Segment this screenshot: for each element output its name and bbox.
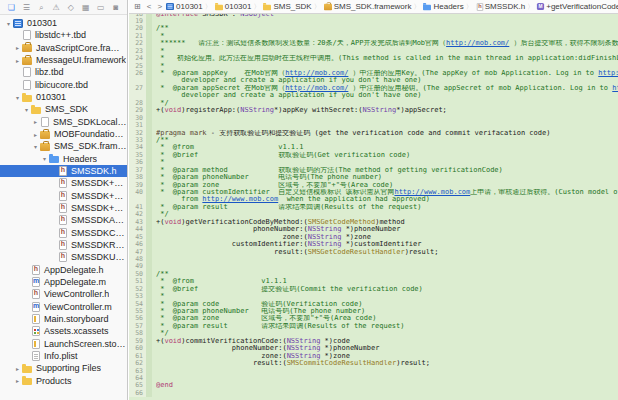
line-number[interactable]: 40 (129, 189, 146, 196)
code-line[interactable]: 62 result:(SMSCommitCodeResultHandler)re… (129, 360, 618, 367)
file-tree-item[interactable]: SMSSDK+ExtendMethods.h (0, 202, 127, 214)
file-tree-item[interactable]: Main.storyboard (0, 313, 127, 325)
code-line[interactable]: 55 * @param phoneNumber 电话号码(The phone n… (129, 308, 618, 315)
file-tree-item[interactable]: SMSSDKAddressBook.h (0, 214, 127, 226)
find-navigator-icon[interactable]: ⌕ (34, 0, 49, 15)
code-line[interactable]: 25 * (129, 63, 618, 70)
file-tree-item[interactable]: ViewController.m (0, 301, 127, 313)
code-line[interactable]: 45 zone:(NSString *)zone (129, 234, 618, 241)
disclosure-triangle-icon[interactable]: ▾ (40, 155, 49, 162)
code-line[interactable]: 24 * 初始化应用。此方法在应用启动时在主线程中调用。(This method… (129, 55, 618, 62)
code-line[interactable]: 36 * (129, 159, 618, 166)
code-line[interactable]: 22 ****** 请注意：测试短信条数限制发送数量：20条/天，APP开发完成… (129, 40, 618, 47)
file-tree-item[interactable]: ▸SMS_SDKLocalizable.strings (0, 116, 127, 128)
code-line[interactable]: 58 */ (129, 330, 618, 337)
report-navigator-icon[interactable]: ◙ (108, 0, 123, 15)
disclosure-triangle-icon[interactable]: ▸ (31, 118, 40, 125)
code-line[interactable]: 32#pragma mark - 支持获取验证码和提交验证码 (get the … (129, 130, 618, 137)
code-line[interactable]: 44 phoneNumber:(NSString *)phoneNumber (129, 226, 618, 233)
breadcrumb-item[interactable]: +getVerificationCodeByMethod:phoneNumber… (536, 2, 618, 11)
disclosure-triangle-icon[interactable]: ▾ (31, 143, 40, 150)
file-tree-item[interactable]: ▾SMS_SDK (0, 103, 127, 115)
code-line[interactable]: 59+(void)commitVerificationCode:(NSStrin… (129, 338, 618, 345)
code-line[interactable]: 43+(void)getVerificationCodeByMethod:(SM… (129, 219, 618, 226)
file-tree-item[interactable]: ▾010301 (0, 91, 127, 103)
code-line[interactable]: 26 * @param appKey 在Mob官网（http://mob.com… (129, 70, 618, 77)
breadcrumb-item[interactable]: SMS_SDK.framework (323, 2, 412, 11)
breadcrumb-item[interactable]: Headers (422, 2, 463, 11)
file-tree-item[interactable]: Assets.xcassets (0, 325, 127, 337)
breadcrumb-item[interactable]: SMS_SDK (262, 2, 311, 11)
code-line[interactable]: 50/** (129, 271, 618, 278)
code-line[interactable]: developer and create a application if yo… (129, 92, 618, 99)
code-line[interactable]: 19 (129, 18, 618, 25)
disclosure-triangle-icon[interactable]: ▾ (22, 106, 31, 113)
code-line[interactable]: 65@end (129, 382, 618, 389)
file-tree-item[interactable]: SMSSDKUserInfo.h (0, 251, 127, 263)
code-line[interactable]: 38 * @param phoneNumber 电话号码(The phone n… (129, 174, 618, 181)
code-line[interactable]: 64 (129, 375, 618, 382)
disclosure-triangle-icon[interactable]: ▸ (13, 377, 22, 384)
code-line[interactable]: 40 * @param customIdentifier 自定义短信模板标识 该… (129, 189, 618, 196)
code-line[interactable]: 47 result:(SMSGetCodeResultHandler)resul… (129, 249, 618, 256)
disclosure-triangle-icon[interactable]: ▸ (13, 365, 22, 372)
code-line[interactable]: 28 */ (129, 100, 618, 107)
disclosure-triangle-icon[interactable]: ▾ (13, 94, 22, 101)
related-items-icon[interactable]: ⊞ (131, 2, 144, 11)
file-tree-item[interactable]: ▾SMS_SDK.framework (0, 140, 127, 152)
code-line[interactable]: 61 zone:(NSString *)zone (129, 353, 618, 360)
code-line[interactable]: 20/** (129, 25, 618, 32)
line-number[interactable]: 66 (129, 390, 146, 397)
back-button[interactable]: < (144, 2, 155, 11)
disclosure-triangle-icon[interactable]: ▸ (13, 44, 22, 51)
code-line[interactable]: 46 customIdentifier:(NSString *)customId… (129, 241, 618, 248)
file-tree-item[interactable]: ▸Supporting Files (0, 362, 127, 374)
code-line[interactable]: 66 (129, 390, 618, 397)
breadcrumb-item[interactable]: 010301 (165, 2, 203, 11)
test-navigator-icon[interactable]: ◇ (64, 0, 79, 15)
code-line[interactable]: 37 * @param method 获取验证码的方法(The method o… (129, 167, 618, 174)
code-line[interactable]: 21 * (129, 33, 618, 40)
file-tree-item[interactable]: ▾Headers (0, 153, 127, 165)
file-tree-item[interactable]: AppDelegate.m (0, 276, 127, 288)
code-line[interactable]: 31 (129, 122, 618, 129)
file-tree[interactable]: ▾010301libstdc++.tbd▸JavaScriptCore.fram… (0, 15, 127, 387)
code-line[interactable]: 52 * @brief 提交验证码(Commit the verificatio… (129, 286, 618, 293)
code-line[interactable]: 63 (129, 368, 618, 375)
code-line[interactable]: 30 (129, 115, 618, 122)
file-tree-item[interactable]: ▾010301 (0, 17, 127, 29)
file-tree-item[interactable]: libstdc++.tbd (0, 29, 127, 41)
breadcrumb-item[interactable]: 010301 (214, 2, 252, 11)
file-tree-item[interactable]: SMSSDK+D…edMethods.h (0, 190, 127, 202)
breadcrumb-item[interactable]: SMSSDK.h (475, 2, 525, 12)
symbol-navigator-icon[interactable]: ☰ (19, 0, 34, 15)
file-tree-item[interactable]: libicucore.tbd (0, 79, 127, 91)
code-line[interactable]: 41 * @param result 请求结果回调(Results of the… (129, 204, 618, 211)
code-line[interactable]: 53 * (129, 293, 618, 300)
code-line[interactable]: 57 * @param result 请求结果回调(Results of the… (129, 323, 618, 330)
code-line[interactable]: 33/** (129, 137, 618, 144)
code-line[interactable]: 48 (129, 256, 618, 263)
file-tree-item[interactable]: Info.plist (0, 350, 127, 362)
line-number[interactable]: 27 (129, 85, 146, 92)
file-tree-item[interactable]: ▸MOBFoundation.framework (0, 128, 127, 140)
debug-navigator-icon[interactable]: ▦ (78, 0, 93, 15)
code-line[interactable]: 27 * @param appSecret 在Mob官网（http://mob.… (129, 85, 618, 92)
file-tree-item[interactable]: ▸MessageUI.framework (0, 54, 127, 66)
file-tree-item[interactable]: ViewController.h (0, 288, 127, 300)
project-navigator-icon[interactable]: ❏ (4, 0, 19, 15)
file-tree-item[interactable]: SMSSDKCo…dAreaCode.h (0, 227, 127, 239)
code-line[interactable]: 60 phoneNumber:(NSString *)phoneNumber (129, 345, 618, 352)
file-tree-item[interactable]: ▸JavaScriptCore.framework (0, 42, 127, 54)
code-line[interactable]: developer and create a application if yo… (129, 77, 618, 84)
code-line[interactable]: 35 * @brief 获取验证码(Get verification code) (129, 152, 618, 159)
file-tree-item[interactable]: SMSSDK+A…okMethods.h (0, 177, 127, 189)
file-tree-item[interactable]: AppDelegate.h (0, 264, 127, 276)
file-tree-item[interactable]: SMSSDK.h (0, 165, 127, 177)
code-line[interactable]: 42 */ (129, 211, 618, 218)
code-line[interactable]: 23 * (129, 48, 618, 55)
issue-navigator-icon[interactable]: ⚠ (49, 0, 64, 15)
file-tree-item[interactable]: ▸Products (0, 375, 127, 387)
forward-button[interactable]: > (154, 2, 165, 11)
code-line[interactable]: 56 * @param zone 区域号，不要加"+"号(Area code) (129, 315, 618, 322)
